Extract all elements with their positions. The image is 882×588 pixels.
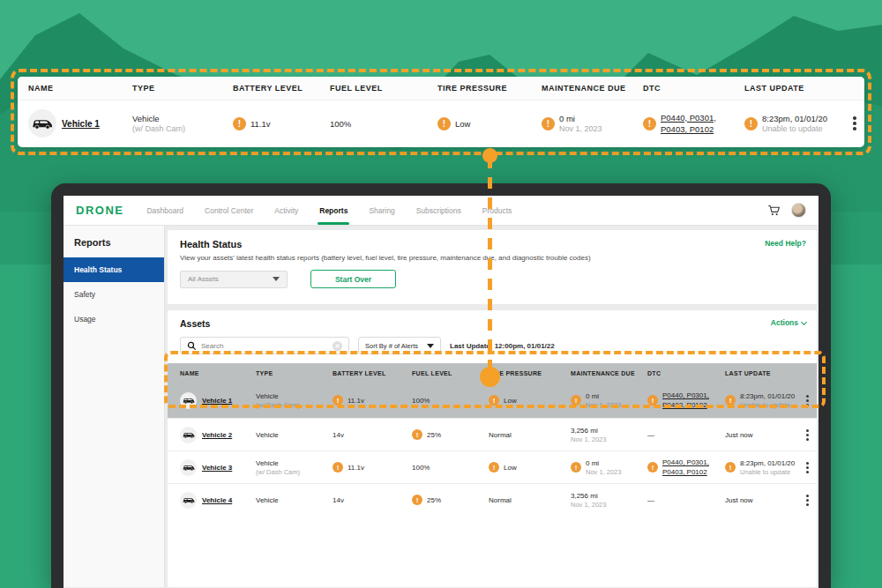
vehicle-icon [180, 459, 197, 476]
drone-logo: DRONE [76, 204, 123, 217]
dtc-links[interactable]: P0440, P0301, [662, 458, 709, 467]
nav-item-control-center[interactable]: Control Center [205, 196, 253, 225]
type-value: Vehicle [256, 459, 333, 467]
last-update-value: Just now [725, 431, 803, 439]
maintenance-sub: Nov 1, 2023 [571, 435, 647, 443]
table-row-vehicle-3[interactable]: Vehicle 3 Vehicle (w/ Dash Cam) 11.1v 10… [168, 450, 817, 483]
last-update-value: 8:23pm, 01/01/20 [762, 114, 827, 123]
last-update-sub: Unable to update [740, 468, 795, 476]
alert-icon [643, 117, 656, 130]
col-dtc: DTC [643, 84, 744, 93]
col-fuel: FUEL LEVEL [330, 84, 437, 93]
alert-icon [571, 462, 581, 473]
maintenance-sub: Nov 1, 2023 [586, 468, 621, 476]
health-status-panel: Health Status View your assets' latest h… [168, 230, 817, 304]
nav-item-subscriptions[interactable]: Subscriptions [416, 196, 461, 225]
search-icon [187, 341, 197, 351]
type-sub: (w/ Dash Cam) [256, 468, 333, 476]
start-over-button[interactable]: Start Over [310, 270, 396, 288]
alert-icon [437, 117, 451, 130]
nav-item-products[interactable]: Products [482, 196, 512, 225]
alert-icon [489, 462, 499, 473]
fuel-value: 100% [330, 119, 437, 129]
chevron-down-icon [427, 344, 434, 348]
col-battery: BATTERY LEVEL [233, 84, 330, 93]
nav-item-reports[interactable]: Reports [319, 196, 348, 225]
sidebar-item-safety[interactable]: Safety [64, 282, 164, 307]
fuel-value: 25% [427, 431, 441, 439]
nav-item-sharing[interactable]: Sharing [369, 196, 394, 225]
health-status-description: View your assets' latest health status r… [180, 253, 709, 264]
type-value: Vehicle [256, 431, 333, 439]
type-sub: (w/ Dash Cam) [132, 124, 233, 133]
search-input[interactable] [201, 342, 328, 350]
tire-value: Normal [489, 496, 571, 504]
maintenance-value: 3,256 mi [571, 492, 647, 500]
row-menu-icon[interactable] [806, 499, 809, 502]
asset-filter-dropdown[interactable]: All Assets [180, 271, 288, 288]
alert-icon [412, 495, 422, 505]
nav-right [767, 203, 806, 218]
dtc-none: — [647, 431, 725, 439]
cart-icon[interactable] [767, 204, 781, 217]
vehicle-icon [28, 109, 56, 138]
zoom-vehicle-1-row[interactable]: Vehicle 1 Vehicle (w/ Dash Cam) 11.1v 10… [18, 100, 864, 146]
nav-menu: Dashboard Control Center Activity Report… [146, 196, 512, 225]
screenshot-root: { "nav": { "logo": "DRONE", "items": ["D… [0, 0, 882, 588]
tire-value: Low [504, 464, 517, 472]
col-tire: TIRE PRESSURE [437, 84, 542, 93]
table-row-vehicle-4[interactable]: Vehicle 4 Vehicle 14v 25% Normal 3,256 m… [168, 483, 817, 516]
assets-title: Assets [168, 318, 817, 329]
reports-sidebar: Reports Health Status Safety Usage [64, 226, 165, 587]
nav-item-activity[interactable]: Activity [274, 196, 298, 225]
vehicle-name-link[interactable]: Vehicle 2 [202, 431, 232, 439]
row-menu-icon[interactable] [806, 466, 809, 469]
alert-icon [412, 429, 422, 440]
alert-icon [233, 117, 246, 130]
actions-dropdown[interactable]: Actions [771, 318, 806, 327]
vehicle-name-link[interactable]: Vehicle 4 [202, 496, 232, 504]
vehicle-name-link[interactable]: Vehicle 1 [62, 119, 100, 129]
sidebar-title: Reports [64, 226, 164, 257]
clear-search-icon[interactable] [333, 341, 342, 351]
nav-item-dashboard[interactable]: Dashboard [146, 196, 183, 225]
battery-value: 11.1v [250, 119, 271, 129]
last-update-sub: Unable to update [762, 124, 827, 133]
last-update-value: Just now [725, 496, 803, 504]
col-name: NAME [28, 84, 132, 93]
user-avatar[interactable] [791, 203, 806, 218]
tire-value: Normal [489, 431, 571, 439]
col-maintenance: MAINTENANCE DUE [542, 84, 643, 93]
chevron-down-icon [801, 318, 807, 324]
fuel-value: 25% [427, 496, 441, 504]
actions-label: Actions [771, 318, 798, 327]
sidebar-item-usage[interactable]: Usage [64, 307, 164, 331]
col-last-update: LAST UPDATE [744, 84, 848, 93]
battery-value: 14v [333, 431, 412, 439]
health-status-title: Health Status [180, 239, 804, 249]
battery-value: 11.1v [348, 464, 364, 472]
sidebar-item-health-status[interactable]: Health Status [64, 257, 164, 282]
alert-icon [725, 462, 736, 473]
top-navbar: DRONE Dashboard Control Center Activity … [64, 196, 818, 226]
zoomed-row-card: NAME TYPE BATTERY LEVEL FUEL LEVEL TIRE … [18, 77, 864, 147]
need-help-link[interactable]: Need Help? [765, 239, 806, 248]
maintenance-value: 0 mi [586, 459, 621, 467]
maintenance-value: 3,256 mi [571, 427, 647, 435]
alert-icon [647, 462, 658, 473]
health-controls: All Assets Start Over [180, 270, 804, 288]
table-row-vehicle-2[interactable]: Vehicle 2 Vehicle 14v 25% Normal 3,256 m… [168, 418, 817, 450]
sort-value: Sort By # of Alerts [365, 342, 418, 350]
col-type: TYPE [132, 84, 233, 93]
row-menu-icon[interactable] [853, 122, 856, 125]
battery-value: 14v [333, 496, 412, 504]
dtc-links[interactable]: P0403, P0102 [662, 467, 709, 477]
dtc-links[interactable]: P0440, P0301, [661, 112, 716, 123]
maintenance-value: 0 mi [559, 114, 602, 123]
fuel-value: 100% [412, 464, 489, 472]
row-menu-icon[interactable] [806, 434, 809, 436]
vehicle-name-link[interactable]: Vehicle 3 [202, 464, 232, 472]
dtc-links[interactable]: P0403, P0102 [661, 123, 716, 135]
vehicle-icon [180, 427, 197, 443]
type-value: Vehicle [256, 496, 333, 504]
